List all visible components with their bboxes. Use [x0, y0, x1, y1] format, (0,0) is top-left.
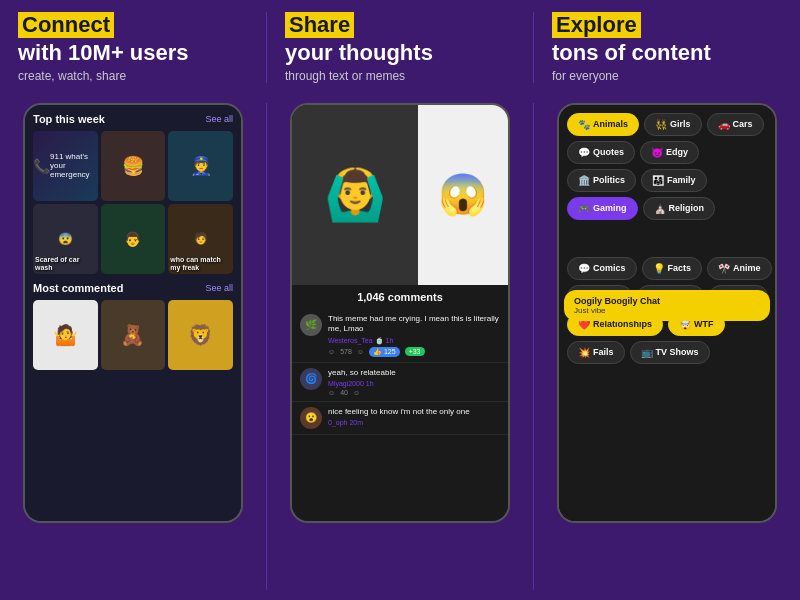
- tag-label-girls: Girls: [670, 119, 691, 129]
- comment-item-2: 😮 nice feeling to know i'm not the only …: [292, 402, 508, 435]
- header-title-share: your thoughts: [285, 40, 515, 66]
- grid-cell-3[interactable]: 😨 Scared of car wash: [33, 204, 98, 274]
- tag-label-facts: Facts: [668, 263, 692, 273]
- header-keyword-explore: Explore: [552, 12, 641, 38]
- tag-label-wtf: WTF: [694, 319, 714, 329]
- most-cell-0[interactable]: 🤷: [33, 300, 98, 370]
- react-blue-0: 👍 125: [369, 347, 400, 357]
- grid-cell-5[interactable]: 🧑 who can match my freak: [168, 204, 233, 274]
- tag-gaming[interactable]: 🎮Gaming: [567, 197, 638, 220]
- tags-row-4: 🎮Gaming ⛪Religion: [567, 197, 767, 220]
- tag-label-quotes: Quotes: [593, 147, 624, 157]
- comment-item-1: 🌀 yeah, so relateable Miyagi2000 1h ☺ 40…: [292, 363, 508, 402]
- chat-popup[interactable]: Oogily Boogily Chat Just vibe: [564, 290, 770, 321]
- tag-cars[interactable]: 🚗Cars: [707, 113, 764, 136]
- grid-caption-3: Scared of car wash: [35, 256, 96, 271]
- comment-avatar-2: 😮: [300, 407, 322, 429]
- tag-facts[interactable]: 💡Facts: [642, 257, 703, 280]
- tag-label-animals: Animals: [593, 119, 628, 129]
- content-area: Top this week See all 📞911 what's your e…: [0, 93, 800, 600]
- comment-text-1: yeah, so relateable: [328, 368, 500, 378]
- tag-label-fails: Fails: [593, 347, 614, 357]
- comments-count: 1,046 comments: [292, 285, 508, 309]
- tag-icon-comics: 💬: [578, 263, 590, 274]
- react-count-0: 578: [340, 348, 352, 355]
- tag-family[interactable]: 👨‍👩‍👧Family: [641, 169, 707, 192]
- comment-reactions-1: ☺ 40 ☺: [328, 389, 500, 396]
- panel-connect: Top this week See all 📞911 what's your e…: [0, 93, 266, 600]
- chat-popup-title: Oogily Boogily Chat: [574, 296, 760, 306]
- comment-text-2: nice feeling to know i'm not the only on…: [328, 407, 500, 417]
- tag-icon-family: 👨‍👩‍👧: [652, 175, 664, 186]
- react-icon-1b: ☺: [353, 389, 360, 396]
- header-sub-explore: for everyone: [552, 69, 782, 83]
- header-banner: Connect with 10M+ users create, watch, s…: [0, 0, 800, 93]
- tag-label-politics: Politics: [593, 175, 625, 185]
- grid-bg-4: 👨: [101, 204, 166, 274]
- header-sub-share: through text or memes: [285, 69, 515, 83]
- chat-popup-sub: Just vibe: [574, 306, 760, 315]
- react-icon-1: ☺: [328, 389, 335, 396]
- tag-label-gaming: Gaming: [593, 203, 627, 213]
- tag-fails[interactable]: 💥Fails: [567, 341, 625, 364]
- header-section-explore: Explore tons of content for everyone: [534, 12, 800, 83]
- tag-tvshows[interactable]: 📺TV Shows: [630, 341, 710, 364]
- tag-politics[interactable]: 🏛️Politics: [567, 169, 636, 192]
- meme-left-image: 🙆‍♂️: [292, 105, 418, 285]
- tag-label-anime: Anime: [733, 263, 761, 273]
- tag-girls[interactable]: 👯Girls: [644, 113, 702, 136]
- tags-row-2: 💬Quotes 😈Edgy: [567, 141, 767, 164]
- tag-label-relationships: Relationships: [593, 319, 652, 329]
- tag-icon-gaming: 🎮: [578, 203, 590, 214]
- see-all-top[interactable]: See all: [205, 114, 233, 124]
- comment-avatar-0: 🌿: [300, 314, 322, 336]
- meme-area: 🙆‍♂️ 😱: [292, 105, 508, 285]
- tag-animals[interactable]: 🐾Animals: [567, 113, 639, 136]
- header-keyword-connect: Connect: [18, 12, 114, 38]
- most-cell-2[interactable]: 🦁: [168, 300, 233, 370]
- header-title-explore: tons of content: [552, 40, 782, 66]
- header-sub-connect: create, watch, share: [18, 69, 248, 83]
- tag-label-tvshows: TV Shows: [656, 347, 699, 357]
- tag-comics[interactable]: 💬Comics: [567, 257, 637, 280]
- top-week-header: Top this week See all: [33, 113, 233, 125]
- tag-icon-quotes: 💬: [578, 147, 590, 158]
- panel-explore: 🐾Animals 👯Girls 🚗Cars 💬Quotes 😈Edgy 🏛️Po…: [534, 93, 800, 600]
- tag-icon-religion: ⛪: [654, 203, 666, 214]
- phone-mockup-1: Top this week See all 📞911 what's your e…: [23, 103, 243, 523]
- tag-label-family: Family: [667, 175, 696, 185]
- tag-religion[interactable]: ⛪Religion: [643, 197, 716, 220]
- see-all-most[interactable]: See all: [205, 283, 233, 293]
- tag-icon-edgy: 😈: [651, 147, 663, 158]
- phone3-content: 🐾Animals 👯Girls 🚗Cars 💬Quotes 😈Edgy 🏛️Po…: [559, 105, 775, 521]
- comment-user-1: Miyagi2000 1h: [328, 380, 500, 387]
- react-icon-0b: ☺: [357, 348, 364, 355]
- most-commented-title: Most commented: [33, 282, 123, 294]
- most-cell-1[interactable]: 🧸: [101, 300, 166, 370]
- tag-icon-anime: 🎌: [718, 263, 730, 274]
- comment-user-2: 0_oph 20m: [328, 419, 500, 426]
- tag-quotes[interactable]: 💬Quotes: [567, 141, 635, 164]
- tag-anime[interactable]: 🎌Anime: [707, 257, 772, 280]
- tag-label-edgy: Edgy: [666, 147, 688, 157]
- comment-body-1: yeah, so relateable Miyagi2000 1h ☺ 40 ☺: [328, 368, 500, 396]
- tag-icon-animals: 🐾: [578, 119, 590, 130]
- meme-right-image: 😱: [418, 105, 508, 285]
- grid-cell-4[interactable]: 👨: [101, 204, 166, 274]
- tags-row-1: 🐾Animals 👯Girls 🚗Cars: [567, 113, 767, 136]
- top-week-grid: 📞911 what's your emergency 🍔 👮 😨 Scared …: [33, 131, 233, 274]
- react-icon-0: ☺: [328, 348, 335, 355]
- grid-cell-0[interactable]: 📞911 what's your emergency: [33, 131, 98, 201]
- react-green-0: +33: [405, 347, 425, 356]
- top-week-title: Top this week: [33, 113, 105, 125]
- tag-icon-tvshows: 📺: [641, 347, 653, 358]
- header-keyword-share: Share: [285, 12, 354, 38]
- grid-cell-2[interactable]: 👮: [168, 131, 233, 201]
- tag-edgy[interactable]: 😈Edgy: [640, 141, 699, 164]
- grid-bg-2: 👮: [168, 131, 233, 201]
- tag-label-cars: Cars: [733, 119, 753, 129]
- comment-text-0: This meme had me crying. I mean this is …: [328, 314, 500, 335]
- comment-body-0: This meme had me crying. I mean this is …: [328, 314, 500, 357]
- grid-cell-1[interactable]: 🍔: [101, 131, 166, 201]
- header-section-connect: Connect with 10M+ users create, watch, s…: [0, 12, 267, 83]
